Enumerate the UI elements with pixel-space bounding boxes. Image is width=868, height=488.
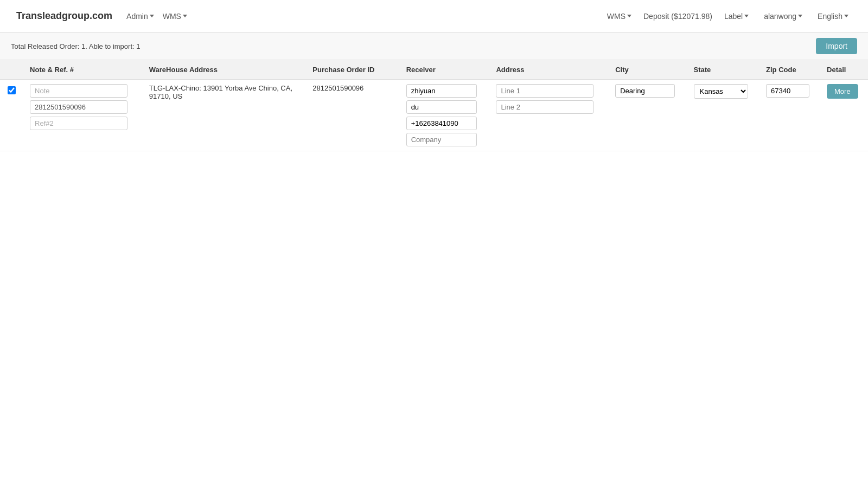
row-address-cell: [489, 80, 609, 151]
address-line2-input[interactable]: [496, 100, 593, 114]
row-receiver-cell: [400, 80, 490, 151]
po-id-text: 2812501590096: [312, 82, 363, 92]
col-header-state: State: [687, 60, 760, 80]
wms-left-nav-link[interactable]: WMS: [159, 10, 190, 23]
status-bar: Total Released Order: 1. Able to import:…: [0, 33, 868, 60]
navbar: Transleadgroup.com Admin WMS WMS Deposit…: [0, 0, 868, 33]
col-header-address: Address: [489, 60, 609, 80]
import-button[interactable]: Import: [816, 38, 857, 54]
row-po-cell: 2812501590096: [306, 80, 399, 151]
row-checkbox-cell: [0, 80, 23, 151]
brand: Transleadgroup.com: [16, 10, 112, 22]
user-caret-icon: [798, 15, 802, 17]
address-inputs-group: [496, 84, 602, 114]
row-checkbox[interactable]: [8, 86, 16, 94]
note-input[interactable]: [30, 84, 127, 98]
receiver-inputs-group: [406, 84, 483, 146]
note-inputs-group: [30, 84, 136, 130]
zip-input[interactable]: [766, 84, 809, 98]
row-city-cell: [609, 80, 687, 151]
warehouse-text: TLG-LAX-Chino: 13901 Yorba Ave Chino, CA…: [149, 82, 292, 100]
admin-caret-icon: [150, 15, 154, 17]
more-button[interactable]: More: [827, 84, 858, 99]
receiver-phone-input[interactable]: [406, 117, 477, 130]
admin-nav-link[interactable]: Admin: [123, 10, 157, 23]
col-header-city: City: [609, 60, 687, 80]
row-note-cell: [23, 80, 143, 151]
city-input[interactable]: [615, 84, 675, 98]
address-line1-input[interactable]: [496, 84, 593, 98]
deposit-text: Deposit ($12071.98): [643, 12, 712, 21]
col-header-po: Purchase Order ID: [306, 60, 399, 80]
col-header-detail: Detail: [820, 60, 868, 80]
table-header-row: Note & Ref. # WareHouse Address Purchase…: [0, 60, 868, 80]
orders-table: Note & Ref. # WareHouse Address Purchase…: [0, 60, 868, 151]
navbar-left: Admin WMS: [123, 10, 190, 23]
col-header-checkbox: [0, 60, 23, 80]
label-nav-link[interactable]: Label: [721, 10, 752, 23]
ref2-input[interactable]: [30, 117, 127, 130]
wms-right-nav-link[interactable]: WMS: [604, 10, 635, 23]
wms-left-caret-icon: [183, 15, 187, 17]
col-header-receiver: Receiver: [400, 60, 490, 80]
col-header-warehouse: WareHouse Address: [143, 60, 307, 80]
receiver-last-input[interactable]: [406, 100, 477, 114]
user-nav-link[interactable]: alanwong: [761, 10, 806, 23]
row-zip-cell: [760, 80, 820, 151]
row-warehouse-cell: TLG-LAX-Chino: 13901 Yorba Ave Chino, CA…: [143, 80, 307, 151]
ref1-input[interactable]: [30, 100, 127, 114]
receiver-name-input[interactable]: [406, 84, 477, 98]
language-caret-icon: [844, 15, 848, 17]
status-text: Total Released Order: 1. Able to import:…: [11, 42, 140, 50]
receiver-company-input[interactable]: [406, 133, 477, 146]
wms-right-caret-icon: [627, 15, 631, 17]
label-caret-icon: [744, 15, 749, 17]
row-state-cell: AlabamaAlaskaArizonaArkansasCaliforniaCo…: [687, 80, 760, 151]
state-select[interactable]: AlabamaAlaskaArizonaArkansasCaliforniaCo…: [694, 84, 748, 99]
col-header-zip: Zip Code: [760, 60, 820, 80]
table-row: TLG-LAX-Chino: 13901 Yorba Ave Chino, CA…: [0, 80, 868, 151]
navbar-right: WMS Deposit ($12071.98) Label alanwong E…: [604, 10, 852, 23]
row-detail-cell: More: [820, 80, 868, 151]
language-nav-link[interactable]: English: [814, 10, 852, 23]
table-container: Note & Ref. # WareHouse Address Purchase…: [0, 60, 868, 151]
col-header-note: Note & Ref. #: [23, 60, 143, 80]
